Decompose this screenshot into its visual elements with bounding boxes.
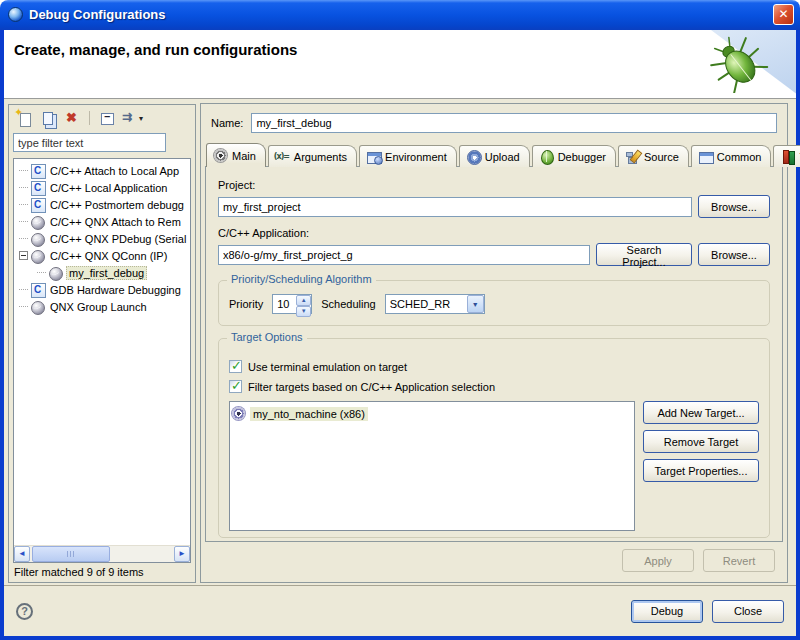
filter-configs-button[interactable] [119, 107, 146, 129]
scroll-left-button[interactable]: ◄ [14, 546, 30, 562]
tree-item[interactable]: GDB Hardware Debugging [14, 281, 190, 298]
tree-item[interactable]: C/C++ Local Application [14, 179, 190, 196]
scheduling-label: Scheduling [321, 298, 375, 310]
priority-label: Priority [229, 298, 263, 310]
tree-item-label: C/C++ Postmortem debugg [48, 198, 186, 212]
scrollbar-thumb[interactable] [32, 546, 110, 562]
combo-dropdown-button[interactable]: ▼ [467, 295, 484, 313]
tree-item-label: C/C++ QNX Attach to Rem [48, 215, 183, 229]
main-tab-content: Project: Browse... C/C++ Application: Se… [205, 166, 783, 542]
title-bar[interactable]: Debug Configurations ✕ [0, 0, 800, 30]
tree-item[interactable]: C/C++ QNX Attach to Rem [14, 213, 190, 230]
tab-icon [699, 150, 713, 164]
tree-item[interactable]: C/C++ Postmortem debugg [14, 196, 190, 213]
add-new-target-button[interactable]: Add New Target... [643, 401, 759, 424]
config-type-icon [31, 232, 45, 246]
config-type-icon [31, 164, 45, 178]
tab-label: Debugger [558, 151, 606, 163]
new-launch-config-button[interactable] [12, 107, 36, 129]
collapse-all-button[interactable] [95, 107, 119, 129]
tab-label: Common [717, 151, 762, 163]
tab-label: Upload [485, 151, 520, 163]
search-project-button[interactable]: Search Project... [596, 243, 692, 266]
checkbox-row[interactable]: Filter targets based on C/C++ Applicatio… [229, 378, 759, 395]
name-label: Name: [211, 117, 243, 129]
debug-configurations-dialog: Debug Configurations ✕ Create, manage, a… [0, 0, 800, 640]
target-properties-button[interactable]: Target Properties... [643, 459, 759, 482]
name-input[interactable] [251, 113, 777, 133]
config-type-icon [31, 181, 45, 195]
debug-button[interactable]: Debug [631, 600, 703, 623]
tab-debugger[interactable]: Debugger [532, 145, 616, 167]
tree-item[interactable]: QNX Group Launch [14, 298, 190, 315]
duplicate-config-button[interactable] [36, 107, 60, 129]
tree-expander[interactable] [19, 217, 28, 226]
target-label: my_nto_machine (x86) [250, 407, 368, 421]
tree-expander[interactable] [19, 251, 28, 260]
checkbox[interactable] [229, 360, 242, 373]
toolbar-icon [122, 111, 136, 125]
targets-list[interactable]: my_nto_machine (x86) [229, 401, 635, 531]
priority-value[interactable]: 10 [273, 295, 296, 313]
tree-expander[interactable] [19, 285, 28, 294]
window-icon [8, 7, 23, 22]
application-browse-button[interactable]: Browse... [698, 243, 770, 266]
spinner-up-button[interactable]: ▲ [296, 295, 311, 306]
tree-expander[interactable] [37, 268, 46, 277]
priority-spinner[interactable]: 10 ▲ ▼ [272, 294, 312, 314]
close-window-button[interactable]: ✕ [773, 4, 794, 25]
scrollbar-track[interactable] [110, 546, 174, 562]
tree-expander[interactable] [19, 200, 28, 209]
tree-expander[interactable] [19, 302, 28, 311]
close-button[interactable]: Close [712, 600, 784, 623]
tree-item-label: my_first_debug [66, 266, 147, 280]
tree-item[interactable]: my_first_debug [14, 264, 190, 281]
scheduling-value: SCHED_RR [386, 295, 467, 313]
config-type-icon [31, 249, 45, 263]
tree-expander[interactable] [19, 183, 28, 192]
tab-label: Main [232, 150, 256, 162]
target-list-item[interactable]: my_nto_machine (x86) [232, 405, 632, 422]
project-input[interactable] [218, 197, 692, 217]
scheduling-combo[interactable]: SCHED_RR ▼ [385, 294, 485, 314]
spinner-down-button[interactable]: ▼ [296, 306, 311, 317]
filter-status-text: Filter matched 9 of 9 items [9, 563, 195, 582]
tab-source[interactable]: Source [618, 145, 689, 167]
priority-scheduling-group: Priority/Scheduling Algorithm Priority 1… [218, 280, 770, 326]
tab-label: Environment [385, 151, 447, 163]
banner-title: Create, manage, and run configurations [14, 41, 297, 58]
checkbox[interactable] [229, 380, 242, 393]
tab-environment[interactable]: Environment [359, 145, 457, 167]
tree-item[interactable]: C/C++ QNX QConn (IP) [14, 247, 190, 264]
tree-expander[interactable] [19, 234, 28, 243]
bug-illustration-icon [708, 33, 770, 95]
tree-item-label: C/C++ Local Application [48, 181, 169, 195]
project-browse-button[interactable]: Browse... [698, 195, 770, 218]
filter-input[interactable] [13, 133, 166, 152]
tab-main[interactable]: Main [206, 143, 266, 167]
remove-target-button[interactable]: Remove Target [643, 430, 759, 453]
scroll-right-button[interactable]: ► [174, 546, 190, 562]
config-type-icon [49, 266, 63, 280]
apply-button[interactable]: Apply [622, 549, 694, 572]
target-icon [232, 407, 246, 421]
help-button[interactable]: ? [16, 603, 33, 620]
tab-tools[interactable]: Tools [773, 145, 800, 167]
checkbox-row[interactable]: Use terminal emulation on target [229, 358, 759, 375]
tree-item[interactable]: C/C++ QNX PDebug (Serial [14, 230, 190, 247]
tab-upload[interactable]: Upload [459, 145, 530, 167]
revert-button[interactable]: Revert [703, 549, 775, 572]
name-row: Name: [211, 113, 777, 133]
checkbox-label: Filter targets based on C/C++ Applicatio… [248, 381, 495, 393]
tree-expander[interactable] [19, 166, 28, 175]
application-input[interactable] [218, 245, 590, 265]
tree-item[interactable]: C/C++ Attach to Local App [14, 162, 190, 179]
tree-horizontal-scrollbar[interactable]: ◄ ► [14, 545, 190, 562]
window-title: Debug Configurations [29, 7, 773, 22]
tab-arguments[interactable]: Arguments [268, 145, 357, 167]
tab-label: Arguments [294, 151, 347, 163]
tab-common[interactable]: Common [691, 145, 772, 167]
delete-config-button[interactable] [60, 107, 84, 129]
configurations-tree[interactable]: C/C++ Attach to Local App C/C++ Local Ap… [13, 158, 191, 563]
target-group-title: Target Options [227, 331, 307, 343]
